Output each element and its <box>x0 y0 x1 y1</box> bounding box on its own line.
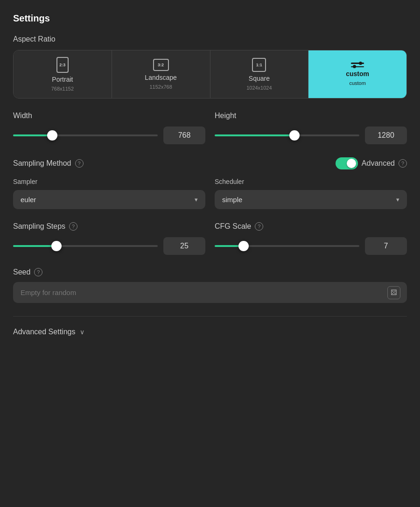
width-slider-track-wrap[interactable] <box>13 131 158 140</box>
custom-name: custom <box>346 70 369 77</box>
height-group: Height <box>215 112 407 144</box>
settings-panel: Settings Aspect Ratio 2:3 Portrait 768x1… <box>0 0 420 507</box>
aspect-btn-square[interactable]: 1:1 Square 1024x1024 <box>210 50 309 98</box>
sampler-label: Sampler <box>13 178 205 185</box>
advanced-settings-row[interactable]: Advanced Settings ∨ <box>13 328 407 336</box>
advanced-toggle[interactable] <box>336 157 358 169</box>
cfg-scale-label: CFG Scale <box>215 222 251 231</box>
advanced-group: Advanced ? <box>336 157 407 169</box>
sampling-steps-group: Sampling Steps ? <box>13 222 205 255</box>
scheduler-label: Scheduler <box>215 178 407 185</box>
sampler-value: euler <box>21 196 36 204</box>
custom-sliders-icon <box>351 63 364 67</box>
cfg-slider-track-wrap[interactable] <box>215 241 359 251</box>
steps-slider-fill <box>13 245 56 247</box>
square-dims: 1024x1024 <box>246 85 272 91</box>
custom-dims: custom <box>349 80 365 86</box>
sampling-steps-help-icon[interactable]: ? <box>69 222 77 231</box>
width-slider-fill <box>13 134 52 136</box>
landscape-icon-label: 3:2 <box>158 63 164 67</box>
portrait-name: Portrait <box>52 76 73 83</box>
sampling-method-label: Sampling Method <box>13 159 71 168</box>
height-slider-fill <box>215 134 294 136</box>
dropdowns-row: Sampler euler ▾ Scheduler simple ▾ <box>13 178 407 209</box>
cfg-scale-label-row: CFG Scale ? <box>215 222 407 231</box>
scheduler-chevron-icon: ▾ <box>396 196 399 203</box>
sampler-chevron-icon: ▾ <box>195 196 198 203</box>
height-value-input[interactable] <box>365 127 407 144</box>
sampling-steps-label-row: Sampling Steps ? <box>13 222 205 231</box>
width-label: Width <box>13 112 205 120</box>
advanced-help-icon[interactable]: ? <box>399 159 407 168</box>
sampler-group: Sampler euler ▾ <box>13 178 205 209</box>
advanced-settings-chevron-icon: ∨ <box>80 328 84 336</box>
dice-icon[interactable]: ⚄ <box>387 286 400 299</box>
width-slider-thumb[interactable] <box>47 130 57 141</box>
scheduler-group: Scheduler simple ▾ <box>215 178 407 209</box>
seed-input-wrap: ⚄ <box>13 282 407 303</box>
panel-title: Settings <box>13 13 407 24</box>
cfg-slider-track <box>215 245 359 247</box>
sampling-method-header: Sampling Method ? Advanced ? <box>13 157 407 169</box>
aspect-btn-custom[interactable]: custom custom <box>308 50 406 98</box>
seed-label: Seed <box>13 268 30 276</box>
portrait-icon-label: 2:3 <box>59 63 65 67</box>
height-slider-track <box>215 134 359 136</box>
portrait-dims: 768x1152 <box>51 86 74 92</box>
portrait-icon: 2:3 <box>56 57 69 73</box>
landscape-dims: 1152x768 <box>149 84 172 90</box>
sampler-select[interactable]: euler ▾ <box>13 190 205 209</box>
square-icon-label: 1:1 <box>256 63 262 67</box>
aspect-ratio-group: 2:3 Portrait 768x1152 3:2 Landscape 1152… <box>13 50 407 99</box>
cfg-scale-help-icon[interactable]: ? <box>255 222 263 231</box>
seed-label-row: Seed ? <box>13 268 407 276</box>
steps-value-input[interactable] <box>163 237 205 255</box>
dimensions-row: Width Height <box>13 112 407 144</box>
height-slider-row <box>215 127 407 144</box>
width-group: Width <box>13 112 205 144</box>
sampling-title-group: Sampling Method ? <box>13 159 84 168</box>
advanced-settings-label: Advanced Settings <box>13 328 75 336</box>
cfg-slider-row <box>215 237 407 255</box>
cfg-slider-thumb[interactable] <box>238 241 249 251</box>
width-value-input[interactable] <box>163 127 205 144</box>
aspect-ratio-label: Aspect Ratio <box>13 35 407 43</box>
aspect-btn-portrait[interactable]: 2:3 Portrait 768x1152 <box>14 50 112 98</box>
landscape-name: Landscape <box>145 74 177 81</box>
square-icon: 1:1 <box>252 58 266 72</box>
cfg-scale-group: CFG Scale ? <box>215 222 407 255</box>
width-slider-track <box>13 134 158 136</box>
scheduler-value: simple <box>222 196 242 204</box>
advanced-label: Advanced <box>362 159 395 168</box>
steps-slider-row <box>13 237 205 255</box>
steps-cfg-row: Sampling Steps ? CFG Scale <box>13 222 407 255</box>
sampling-method-help-icon[interactable]: ? <box>75 159 84 168</box>
seed-help-icon[interactable]: ? <box>34 268 42 276</box>
seed-section: Seed ? ⚄ <box>13 268 407 303</box>
square-name: Square <box>249 75 270 82</box>
divider <box>13 316 407 317</box>
landscape-icon: 3:2 <box>153 59 169 71</box>
sampling-steps-label: Sampling Steps <box>13 222 65 231</box>
height-slider-thumb[interactable] <box>289 130 300 141</box>
seed-input[interactable] <box>13 282 407 303</box>
steps-slider-thumb[interactable] <box>51 241 62 251</box>
width-slider-row <box>13 127 205 144</box>
cfg-value-input[interactable] <box>365 237 407 255</box>
scheduler-select[interactable]: simple ▾ <box>215 190 407 209</box>
height-label: Height <box>215 112 407 120</box>
steps-slider-track-wrap[interactable] <box>13 241 158 251</box>
steps-slider-track <box>13 245 158 247</box>
height-slider-track-wrap[interactable] <box>215 131 359 140</box>
toggle-thumb <box>347 159 356 168</box>
aspect-btn-landscape[interactable]: 3:2 Landscape 1152x768 <box>112 50 210 98</box>
